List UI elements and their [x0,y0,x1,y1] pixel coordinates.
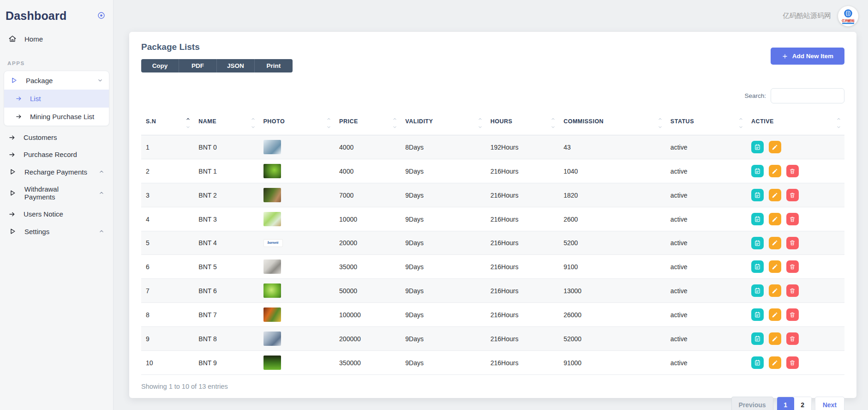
copy-button[interactable]: Copy [141,59,179,72]
edit-button[interactable] [769,284,781,297]
next-page-button[interactable]: Next [815,397,844,410]
sidebar-item-withdrawal-payments[interactable]: Withdrawal Payments [4,181,109,205]
view-button[interactable] [751,284,764,297]
add-new-item-button[interactable]: Add New Item [771,48,844,65]
delete-button[interactable] [786,284,799,297]
edit-button[interactable] [769,141,781,153]
cell-status: active [666,207,747,231]
edit-button[interactable] [769,308,781,321]
view-button[interactable] [751,165,764,177]
cell-validity: 9Days [401,351,485,375]
cell-price: 350000 [335,351,401,375]
sidebar-item-settings[interactable]: Settings [4,223,109,240]
cell-sn: 3 [141,183,194,207]
pencil-icon [772,264,778,270]
edit-button[interactable] [769,213,781,225]
edit-button[interactable] [769,165,781,177]
cell-hours: 192Hours [486,135,559,159]
edit-button[interactable] [769,189,781,201]
page-2-button[interactable]: 2 [794,397,811,410]
sidebar-item-customers[interactable]: Customers [4,129,109,146]
view-button[interactable] [751,189,764,201]
cell-hours: 216Hours [486,231,559,255]
edit-button[interactable] [769,237,781,249]
cell-actions [747,279,844,303]
edit-button[interactable] [769,332,781,345]
column-header-photo[interactable]: PHOTO [259,116,335,135]
search-input[interactable] [771,88,844,103]
view-button[interactable] [751,308,764,321]
delete-button[interactable] [786,189,799,201]
pencil-icon [772,360,778,366]
cell-name: BNT 2 [194,183,258,207]
cell-sn: 4 [141,207,194,231]
page-1-button[interactable]: 1 [777,397,794,410]
sort-desc-icon [478,125,482,129]
sidebar-item-list[interactable]: List [4,90,109,108]
cell-name: BNT 5 [194,255,258,279]
chevron-up-icon [98,169,105,175]
view-button[interactable] [751,332,764,345]
delete-button[interactable] [786,213,799,225]
view-button[interactable] [751,260,764,273]
json-button[interactable]: JSON [217,59,255,72]
sidebar-item-home[interactable]: Home [4,30,109,48]
add-new-item-label: Add New Item [792,53,833,60]
column-header-price[interactable]: PRICE [335,116,401,135]
column-header-commission[interactable]: COMMISSION [559,116,666,135]
cell-name: BNT 3 [194,207,258,231]
cell-validity: 9Days [401,207,485,231]
sidebar-item-mining-purchase-list[interactable]: Mining Purchase List [4,108,109,126]
cell-sn: 2 [141,159,194,183]
cell-actions [747,351,844,375]
cell-hours: 216Hours [486,303,559,327]
cell-status: active [666,303,747,327]
cell-hours: 216Hours [486,183,559,207]
view-button[interactable] [751,213,764,225]
column-label: S.N [146,118,156,125]
view-button[interactable] [751,356,764,369]
delete-button[interactable] [786,260,799,273]
edit-button[interactable] [769,260,781,273]
column-header-sn[interactable]: S.N [141,116,194,135]
sort-desc-icon [251,125,255,129]
sort-icons [327,117,331,129]
chevron-up-icon [98,190,105,196]
previous-page-button[interactable]: Previous [731,397,773,410]
delete-button[interactable] [786,237,799,249]
play-icon [8,168,17,176]
trash-icon [789,192,796,199]
column-header-hours[interactable]: HOURS [486,116,559,135]
delete-button[interactable] [786,308,799,321]
delete-button[interactable] [786,165,799,177]
logo-text: 亿码酷站 [842,19,855,22]
view-button[interactable] [751,237,764,249]
column-header-validity[interactable]: VALIDITY [401,116,485,135]
cell-validity: 9Days [401,327,485,351]
column-header-name[interactable]: NAME [194,116,258,135]
edit-button[interactable] [769,356,781,369]
cell-price: 10000 [335,207,401,231]
sidebar-item-users-notice[interactable]: Users Notice [4,205,109,223]
pencil-icon [772,312,778,318]
cell-price: 7000 [335,183,401,207]
sidebar-item-recharge-payments[interactable]: Recharge Payments [4,163,109,181]
delete-button[interactable] [786,332,799,345]
trash-icon [789,288,796,294]
sidebar-pin-icon[interactable] [97,11,106,22]
cell-commission: 52000 [559,327,666,351]
column-header-active[interactable]: ACTIVE [747,116,844,135]
sidebar-item-purchase-record[interactable]: Purchase Record [4,146,109,163]
sidebar-section-apps: APPS [7,60,109,66]
view-button[interactable] [751,141,764,153]
table-row: 9 BNT 8 200000 9Days 216Hours 52000 acti… [141,327,844,351]
user-avatar[interactable]: 亿码酷站 [838,6,858,26]
column-label: STATUS [670,118,694,125]
print-button[interactable]: Print [255,59,293,72]
delete-button[interactable] [786,356,799,369]
cell-status: active [666,351,747,375]
table-row: 2 BNT 1 4000 9Days 216Hours 1040 active [141,159,844,183]
sidebar-item-package[interactable]: Package [4,71,109,90]
pdf-button[interactable]: PDF [179,59,217,72]
column-header-status[interactable]: STATUS [666,116,747,135]
